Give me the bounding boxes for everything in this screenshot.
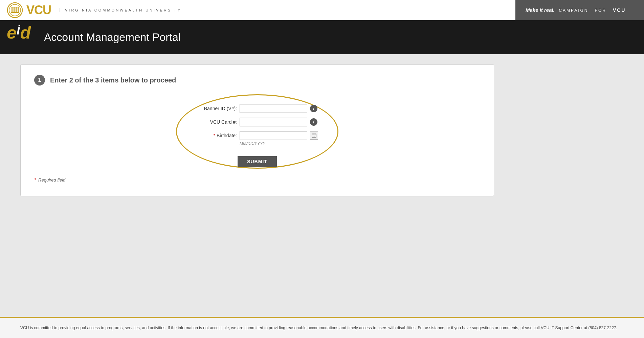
- svg-rect-16: [314, 137, 314, 137]
- footer-text: VCU is committed to providing equal acce…: [20, 325, 624, 331]
- vcu-card-label: VCU Card #:: [196, 119, 237, 125]
- portal-header: eid Account Management Portal: [0, 20, 644, 54]
- svg-rect-15: [313, 137, 313, 137]
- svg-rect-4: [16, 7, 17, 12]
- campaign-banner: Make it real. CAMPAIGN FOR VCU: [515, 0, 644, 20]
- vcu-card-row: VCU Card #: i: [196, 118, 318, 126]
- svg-rect-7: [11, 7, 19, 7]
- banner-id-info-icon[interactable]: i: [310, 105, 317, 112]
- university-full-name: VIRGINIA COMMONWEALTH UNIVERSITY: [60, 8, 181, 12]
- svg-rect-5: [18, 7, 19, 12]
- svg-rect-3: [14, 7, 15, 12]
- form-fields: Banner ID (V#): i VCU Card #: i *: [183, 96, 332, 154]
- oval-form-container: Banner ID (V#): i VCU Card #: i *: [34, 96, 480, 167]
- eid-logo: eid: [7, 24, 37, 51]
- form-card: 1 Enter 2 of the 3 items below to procee…: [20, 64, 494, 196]
- required-note-star: *: [34, 177, 36, 183]
- top-navigation: VCU VIRGINIA COMMONWEALTH UNIVERSITY Mak…: [0, 0, 644, 20]
- svg-rect-2: [12, 7, 13, 12]
- vcu-logo-area: VCU VIRGINIA COMMONWEALTH UNIVERSITY: [7, 2, 181, 18]
- birthdate-input[interactable]: [240, 131, 307, 140]
- portal-title: Account Management Portal: [44, 31, 181, 44]
- date-format-hint: MM/DD/YYYY: [240, 141, 318, 146]
- svg-rect-6: [11, 12, 19, 13]
- vcu-card-input[interactable]: [240, 118, 307, 126]
- vcu-brand-text: VCU: [26, 3, 51, 17]
- required-field-note: * Required field: [34, 177, 480, 183]
- top-nav-left: VCU VIRGINIA COMMONWEALTH UNIVERSITY: [0, 2, 515, 18]
- submit-area: SUBMIT: [183, 156, 332, 167]
- calendar-icon[interactable]: [310, 131, 318, 140]
- svg-rect-14: [315, 136, 315, 136]
- birthdate-required-star: *: [214, 133, 215, 138]
- campaign-text: Make it real. CAMPAIGN FOR VCU: [526, 7, 626, 13]
- campaign-tagline: Make it real.: [526, 7, 555, 13]
- birthdate-label: * Birthdate:: [196, 133, 237, 138]
- main-content: 1 Enter 2 of the 3 items below to procee…: [0, 54, 644, 317]
- submit-button[interactable]: SUBMIT: [238, 156, 277, 167]
- svg-rect-12: [313, 136, 313, 136]
- footer: VCU is committed to providing equal acce…: [0, 317, 644, 338]
- birthdate-row: * Birthdate:: [196, 131, 318, 140]
- step-number-badge: 1: [34, 75, 45, 86]
- svg-point-1: [9, 4, 21, 16]
- svg-rect-13: [314, 136, 314, 136]
- campaign-for-text: CAMPAIGN FOR VCU: [559, 8, 626, 13]
- vcu-card-info-icon[interactable]: i: [310, 118, 317, 126]
- banner-id-input[interactable]: [240, 104, 307, 113]
- banner-id-row: Banner ID (V#): i: [196, 104, 318, 113]
- svg-point-0: [7, 3, 22, 18]
- step-instruction: Enter 2 of the 3 items below to proceed: [50, 76, 176, 84]
- campaign-vcu-text: VCU: [613, 7, 626, 13]
- step-header: 1 Enter 2 of the 3 items below to procee…: [34, 75, 480, 86]
- vcu-seal-icon: [7, 2, 23, 18]
- eid-logo-text: eid: [7, 23, 31, 42]
- banner-id-label: Banner ID (V#):: [196, 106, 237, 111]
- required-note-text: Required field: [38, 177, 65, 183]
